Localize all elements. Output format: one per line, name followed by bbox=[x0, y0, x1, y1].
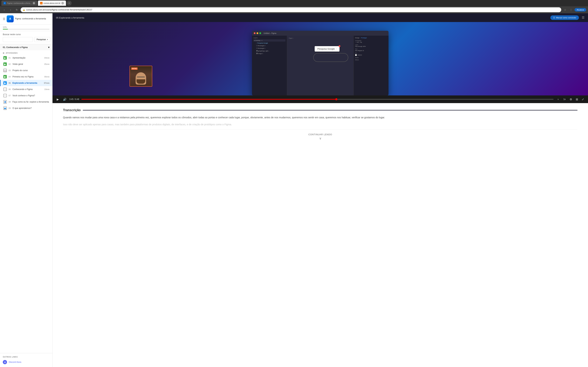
nav-toggle-btn[interactable]: ☰ bbox=[582, 16, 585, 20]
tab-1[interactable]: F Figma: conhecendo a ferra... × bbox=[1, 0, 37, 6]
figma-right-panel: DesignPrototype Constraints ↔ Left ↕ Top… bbox=[354, 36, 389, 95]
tab-label-1: Figma: conhecendo a ferra... bbox=[7, 2, 32, 4]
chapter-chevron: ▾ bbox=[48, 46, 50, 49]
play-btn[interactable]: ▶ bbox=[55, 97, 60, 102]
nav-dur-04: 06min bbox=[44, 76, 50, 78]
nav-item-04[interactable]: ▶ 04 Primeira vez no Figma 06min bbox=[0, 74, 52, 80]
discord-icon: ⊕ bbox=[3, 360, 7, 364]
update-btn[interactable]: Atualizar bbox=[575, 8, 586, 12]
tab-close-2[interactable]: × bbox=[61, 2, 64, 4]
address-bar[interactable]: 🔒 cursos.alura.com.br/course/figma-conhe… bbox=[21, 7, 561, 12]
transcricao-line bbox=[83, 110, 578, 110]
nav-title-09: O que aprendemos? bbox=[12, 107, 50, 109]
speed-btn[interactable]: 1x bbox=[563, 98, 566, 101]
discord-item[interactable]: ⊕ Discord Alura bbox=[0, 359, 52, 366]
nav-icon-05: ▶ bbox=[3, 81, 7, 85]
nav-item-08[interactable]: 👤 08 Faça como eu fiz: explore a ferrame… bbox=[0, 99, 52, 105]
person-head bbox=[136, 72, 146, 84]
nav-icon-08: 👤 bbox=[3, 100, 7, 104]
chapter-header[interactable]: 01. Conhecendo o Figma ▾ bbox=[0, 44, 52, 50]
tab-favicon-2: A bbox=[40, 2, 43, 4]
discord-label: Discord Alura bbox=[9, 361, 21, 363]
reload-btn[interactable]: ↻ bbox=[14, 7, 19, 12]
sidebar-nav: 01. Conhecendo o Figma ▾ ⊞ ATIVIDADES ▶ … bbox=[0, 44, 52, 353]
nav-icon-01: ▶ bbox=[3, 56, 7, 60]
sidebar-header: ☰ A Figma: conhecendo a ferramenta bbox=[0, 13, 52, 25]
tab-label-2: cursos.alura.com.br bbox=[43, 2, 61, 4]
nav-item-05[interactable]: ▶ 05 Explorando a ferramenta 07min bbox=[0, 80, 52, 86]
nav-item-09[interactable]: 👥 09 O que aprendemos? bbox=[0, 105, 52, 111]
tab-close-1[interactable]: × bbox=[33, 2, 35, 4]
figma-canvas-element: Pesquisa Google › bbox=[315, 46, 339, 51]
nav-dur-01: 04min bbox=[44, 57, 50, 59]
nav-item-02[interactable]: ▶ 02 Visão geral 05min bbox=[0, 61, 52, 67]
nav-item-03[interactable]: 📖 03 Projeto do curso bbox=[0, 67, 52, 74]
sidebar: ☰ A Figma: conhecendo a ferramenta 11% B… bbox=[0, 13, 52, 367]
time-display: 3:45 / 6:46 bbox=[69, 98, 79, 100]
nav-title-03: Projeto do curso bbox=[12, 69, 50, 72]
nav-title-08: Faça como eu fiz: explore a ferramenta bbox=[12, 101, 50, 103]
video-controls: ▶ 🔊 3:45 / 6:46 » 1x ⚙ ⊞ ⤢ bbox=[52, 95, 588, 103]
sidebar-logo: A bbox=[7, 15, 14, 22]
top-nav: 05 Explorando a ferramenta ☑ Marcar como… bbox=[52, 13, 588, 22]
nav-item-01[interactable]: ▶ 01 Apresentação 04min bbox=[0, 55, 52, 61]
figma-titlebar: Untitled – Figma bbox=[252, 31, 389, 36]
bookmark-btn[interactable]: ☆ bbox=[563, 7, 568, 12]
nav-num-04: 04 bbox=[9, 76, 11, 78]
continue-reading[interactable]: CONTINUAR LENDO ∨ bbox=[63, 130, 578, 144]
course-step: 05 Explorando a ferramenta bbox=[56, 17, 84, 19]
sidebar-toggle-btn[interactable]: ☰ bbox=[3, 17, 5, 21]
fullscreen-btn[interactable]: ⤢ bbox=[580, 97, 585, 102]
video-wrapper: Untitled – Figma Layers ▸ Desktop - 1 → … bbox=[52, 22, 588, 103]
figma-tab-label: Untitled – Figma bbox=[264, 32, 276, 34]
retro-sign: RETRO bbox=[131, 67, 138, 70]
nav-dur-06: 10min bbox=[44, 88, 50, 90]
chapter-title: 01. Conhecendo o Figma bbox=[3, 46, 28, 49]
settings-btn[interactable]: ⋮ bbox=[569, 7, 573, 12]
back-btn[interactable]: ‹ bbox=[2, 7, 7, 12]
sidebar-progress: 11% bbox=[0, 25, 52, 31]
nav-icon-06: ☐ bbox=[3, 88, 7, 91]
marcar-btn[interactable]: ☑ Marcar como concluído bbox=[550, 15, 579, 20]
marcar-label: Marcar como concluído bbox=[556, 17, 576, 19]
lock-icon: 🔒 bbox=[23, 9, 25, 11]
pip-btn[interactable]: ⊞ bbox=[574, 97, 579, 102]
search-input[interactable] bbox=[3, 37, 33, 42]
nav-icon-07: ≡ bbox=[3, 94, 7, 97]
figma-dot-green bbox=[259, 32, 261, 34]
skip-forward-btn[interactable]: » bbox=[556, 97, 561, 102]
new-tab-btn[interactable]: + bbox=[67, 1, 72, 6]
nav-icon-09: 👥 bbox=[3, 106, 7, 110]
nav-icon-02: ▶ bbox=[3, 62, 7, 66]
settings-video-btn[interactable]: ⚙ bbox=[568, 97, 573, 102]
transcricao-title: Transcrição bbox=[63, 108, 81, 112]
forward-btn[interactable]: › bbox=[8, 7, 13, 12]
transcricao-header: Transcrição bbox=[63, 108, 578, 112]
tab-2[interactable]: A cursos.alura.com.br × bbox=[38, 0, 66, 6]
continue-chevron-icon: ∨ bbox=[67, 136, 574, 140]
nav-icon-03: 📖 bbox=[3, 69, 7, 72]
progress-played bbox=[81, 99, 336, 100]
webcam-overlay: RETRO bbox=[130, 66, 152, 87]
progress-track[interactable] bbox=[81, 99, 554, 100]
sidebar-search: Buscar neste curso Pesquisar ↗ bbox=[0, 31, 52, 44]
progress-bar bbox=[3, 29, 50, 30]
figma-content: Layers ▸ Desktop - 1 → Pesquisa Google ☐… bbox=[252, 36, 389, 95]
nav-item-06[interactable]: ☐ 06 Conhecendo o Figma 10min bbox=[0, 86, 52, 92]
search-btn[interactable]: Pesquisar ↗ bbox=[34, 37, 50, 42]
transcript-paragraph-1: Quando vamos nos mudar para uma nova cas… bbox=[63, 116, 578, 120]
nav-num-08: 08 bbox=[9, 101, 11, 103]
nav-dur-02: 05min bbox=[44, 63, 50, 65]
nav-icon-04: ▶ bbox=[3, 75, 7, 78]
person-glasses bbox=[137, 77, 145, 79]
outros-label: OUTROS LINKS bbox=[0, 355, 52, 359]
volume-btn[interactable]: 🔊 bbox=[62, 97, 67, 102]
nav-item-07[interactable]: ≡ 07 Você conhece o Figma? bbox=[0, 92, 52, 99]
browser-toolbar: ‹ › ↻ 🔒 cursos.alura.com.br/course/figma… bbox=[0, 6, 588, 13]
app-body: ☰ A Figma: conhecendo a ferramenta 11% B… bbox=[0, 13, 588, 367]
ctrl-right: ⚙ ⊞ ⤢ bbox=[568, 97, 585, 102]
sidebar-title: Figma: conhecendo a ferramenta bbox=[15, 17, 46, 20]
search-label: Buscar neste curso bbox=[3, 33, 50, 36]
main-content: 05 Explorando a ferramenta ☑ Marcar como… bbox=[52, 13, 588, 367]
activities-icon: ⊞ bbox=[3, 52, 4, 54]
